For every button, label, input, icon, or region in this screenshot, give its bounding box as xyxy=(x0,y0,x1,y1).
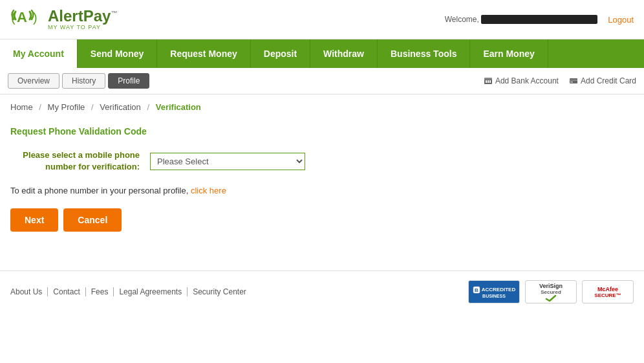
mcafee-line1: McAfee xyxy=(597,286,618,292)
form-area: Please select a mobile phone number for … xyxy=(10,149,634,173)
breadcrumb: Home / My Profile / Verification / Verif… xyxy=(0,94,644,120)
next-button[interactable]: Next xyxy=(10,208,58,232)
nav-item-earn-money[interactable]: Earn Money xyxy=(470,39,548,68)
breadcrumb-home[interactable]: Home xyxy=(10,102,33,112)
main-content: Request Phone Validation Code Please sel… xyxy=(0,120,644,245)
mcafee-line2: SECURE™ xyxy=(594,292,621,298)
footer-link-contact[interactable]: Contact xyxy=(48,287,85,296)
hint-text: To edit a phone number in your personal … xyxy=(10,186,634,195)
svg-text:(: ( xyxy=(11,10,16,25)
sub-nav-right: Add Bank Account Add Credit Card xyxy=(484,76,636,85)
breadcrumb-separator-3: / xyxy=(147,102,149,112)
username xyxy=(481,15,597,24)
nav-item-business-tools[interactable]: Business Tools xyxy=(378,39,470,68)
logo-title: AlertPay™ xyxy=(48,8,117,24)
verisign-line2: Secured xyxy=(541,289,561,295)
svg-rect-7 xyxy=(489,80,491,83)
breadcrumb-current: Verification xyxy=(156,102,201,112)
svg-rect-9 xyxy=(570,80,577,81)
tab-profile[interactable]: Profile xyxy=(108,73,149,89)
bbb-line1: B ACCREDITED xyxy=(473,286,515,294)
header-right: Welcome, Logout xyxy=(445,15,634,25)
section-title: Request Phone Validation Code xyxy=(10,126,634,137)
bbb-badge: B ACCREDITED BUSINESS xyxy=(468,280,520,303)
mcafee-badge: McAfee SECURE™ xyxy=(582,280,634,303)
form-label-phone: Please select a mobile phone number for … xyxy=(10,149,140,173)
nav-item-request-money[interactable]: Request Money xyxy=(157,39,250,68)
svg-rect-10 xyxy=(570,82,573,83)
nav-bar: My Account Send Money Request Money Depo… xyxy=(0,39,644,68)
logo: A ( ) AlertPay™ MY WAY TO PAY xyxy=(10,5,117,34)
phone-select[interactable]: Please Select xyxy=(150,153,305,170)
nav-item-my-account[interactable]: My Account xyxy=(0,39,78,68)
footer: About Us Contact Fees Legal Agreements S… xyxy=(0,271,644,313)
breadcrumb-separator-2: / xyxy=(91,102,94,112)
footer-link-about[interactable]: About Us xyxy=(10,287,48,296)
logo-subtitle: MY WAY TO PAY xyxy=(48,24,117,30)
breadcrumb-verification-link[interactable]: Verification xyxy=(100,102,141,112)
tab-overview[interactable]: Overview xyxy=(8,73,59,89)
svg-rect-4 xyxy=(484,78,492,80)
logo-icon: A ( ) xyxy=(10,5,44,34)
breadcrumb-separator-1: / xyxy=(39,102,41,112)
verisign-badge: VeriSign Secured xyxy=(525,280,577,303)
btn-row: Next Cancel xyxy=(10,208,634,232)
verisign-line1: VeriSign xyxy=(539,283,563,289)
footer-link-legal[interactable]: Legal Agreements xyxy=(114,287,188,296)
cancel-button[interactable]: Cancel xyxy=(63,208,122,232)
svg-rect-6 xyxy=(488,80,489,83)
bbb-line2: BUSINESS xyxy=(482,294,506,298)
bbb-icon: B xyxy=(473,286,480,294)
breadcrumb-my-profile[interactable]: My Profile xyxy=(48,102,85,112)
footer-link-security[interactable]: Security Center xyxy=(188,287,252,296)
welcome-text: Welcome, xyxy=(445,15,597,25)
footer-badges: B ACCREDITED BUSINESS VeriSign Secured M… xyxy=(468,280,634,303)
svg-text:A: A xyxy=(17,9,27,25)
add-credit-card-link[interactable]: Add Credit Card xyxy=(569,76,636,85)
svg-rect-5 xyxy=(486,80,487,83)
nav-item-send-money[interactable]: Send Money xyxy=(78,39,157,68)
sub-nav-tabs: Overview History Profile xyxy=(8,73,149,89)
card-icon xyxy=(569,76,578,85)
svg-text:B: B xyxy=(475,287,478,293)
sub-nav: Overview History Profile Add Bank Accoun… xyxy=(0,68,644,94)
svg-text:): ) xyxy=(33,10,38,25)
verisign-checkmark-icon xyxy=(545,295,557,302)
form-row-phone: Please select a mobile phone number for … xyxy=(10,149,634,173)
add-bank-account-link[interactable]: Add Bank Account xyxy=(484,76,559,85)
footer-links: About Us Contact Fees Legal Agreements S… xyxy=(10,287,252,296)
click-here-link[interactable]: click here xyxy=(191,186,226,195)
tab-history[interactable]: History xyxy=(62,73,105,89)
bank-icon xyxy=(484,76,493,85)
nav-item-withdraw[interactable]: Withdraw xyxy=(310,39,378,68)
nav-item-deposit[interactable]: Deposit xyxy=(251,39,310,68)
footer-link-fees[interactable]: Fees xyxy=(86,287,114,296)
header: A ( ) AlertPay™ MY WAY TO PAY Welcome, L… xyxy=(0,0,644,39)
logout-link[interactable]: Logout xyxy=(608,15,634,25)
logo-text: AlertPay™ MY WAY TO PAY xyxy=(48,8,117,30)
